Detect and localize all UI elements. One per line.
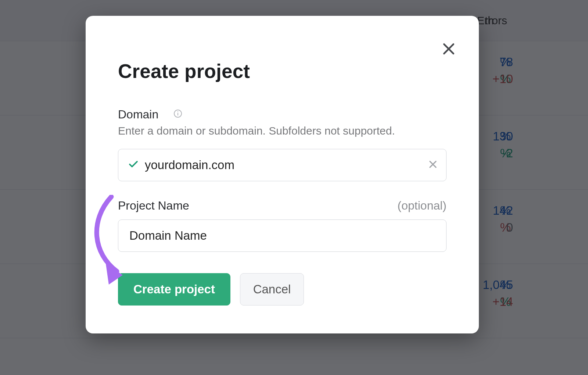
create-project-modal: Create project Domain Enter a domain or …	[86, 16, 479, 333]
close-icon[interactable]	[441, 41, 457, 57]
check-icon	[128, 159, 139, 171]
cancel-button[interactable]: Cancel	[240, 273, 304, 306]
svg-rect-1	[178, 113, 178, 115]
domain-input-wrapper[interactable]	[118, 149, 447, 181]
modal-title: Create project	[118, 60, 250, 82]
project-name-input[interactable]	[129, 228, 446, 243]
project-name-input-wrapper[interactable]	[118, 219, 447, 252]
project-name-label: Project Name	[118, 199, 189, 213]
create-project-button[interactable]: Create project	[118, 273, 230, 306]
domain-help-text: Enter a domain or subdomain. Subfolders …	[118, 125, 395, 137]
clear-input-icon[interactable]	[428, 159, 438, 171]
domain-label: Domain	[118, 108, 158, 121]
domain-input[interactable]	[144, 158, 420, 172]
info-icon[interactable]	[173, 109, 182, 119]
optional-hint: (optional)	[398, 199, 447, 213]
svg-rect-2	[178, 111, 178, 112]
modal-actions: Create project Cancel	[118, 273, 304, 306]
